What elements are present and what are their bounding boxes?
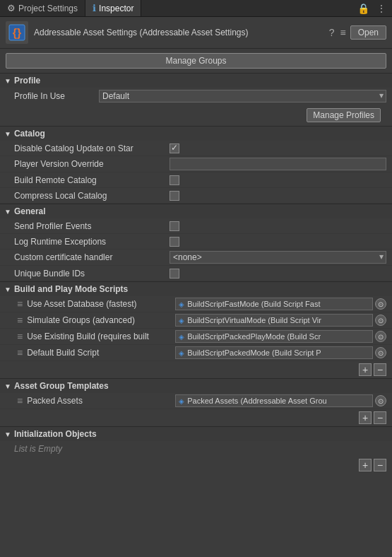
profile-in-use-dropdown[interactable]: Default bbox=[99, 90, 386, 102]
script-label-0: Use Asset Database (fastest) bbox=[27, 299, 175, 309]
script-text-3: BuildScriptPackedMode (Build Script P bbox=[187, 348, 321, 357]
template-drag-0[interactable]: ≡ bbox=[17, 395, 23, 406]
script-value-0: ◈ BuildScriptFastMode (Build Script Fast bbox=[175, 298, 373, 310]
catalog-label-0: Disable Catalog Update on Star bbox=[14, 143, 170, 153]
init-objects-minus-button[interactable]: − bbox=[374, 459, 386, 471]
script-circle-3[interactable]: ⊙ bbox=[375, 347, 386, 358]
script-text-2: BuildScriptPackedPlayMode (Build Scr bbox=[187, 332, 321, 341]
tab-project-settings-label: Project Settings bbox=[18, 4, 78, 13]
init-objects-plus-minus: + − bbox=[0, 457, 392, 474]
template-circle-0[interactable]: ⊙ bbox=[375, 395, 386, 406]
init-objects-empty-label: List is Empty bbox=[14, 444, 62, 454]
script-label-1: Simulate Groups (advanced) bbox=[27, 315, 175, 325]
template-pick-icon-0: ◈ bbox=[179, 397, 184, 405]
general-checkbox-3[interactable] bbox=[170, 269, 179, 278]
pick-icon-3: ◈ bbox=[179, 349, 184, 357]
tab-inspector[interactable]: ℹ Inspector bbox=[85, 0, 141, 16]
general-dropdown-2[interactable]: <none> bbox=[170, 251, 386, 264]
catalog-value-0 bbox=[170, 143, 386, 153]
templates-section-label: Asset Group Templates bbox=[14, 381, 109, 391]
general-value-0 bbox=[170, 221, 386, 231]
script-row-0: ≡ Use Asset Database (fastest) ◈ BuildSc… bbox=[0, 296, 392, 312]
tab-bar-right-controls: 🔒 ⋮ bbox=[356, 3, 392, 14]
templates-plus-button[interactable]: + bbox=[359, 411, 372, 424]
template-row-0: ≡ Packed Assets ◈ Packed Assets (Address… bbox=[0, 393, 392, 409]
build-play-minus-button[interactable]: − bbox=[374, 363, 386, 376]
pick-icon-0: ◈ bbox=[179, 300, 184, 308]
section-init-objects[interactable]: ▼ Initialization Objects bbox=[0, 427, 392, 441]
manage-groups-button[interactable]: Manage Groups bbox=[6, 53, 386, 69]
script-text-0: BuildScriptFastMode (Build Script Fast bbox=[187, 300, 320, 308]
profile-section-label: Profile bbox=[14, 76, 40, 86]
init-objects-plus-button[interactable]: + bbox=[359, 459, 372, 471]
init-objects-arrow: ▼ bbox=[4, 430, 11, 438]
asset-icon: {} bbox=[6, 21, 28, 44]
section-profile[interactable]: ▼ Profile bbox=[0, 74, 392, 88]
catalog-value-2 bbox=[170, 175, 386, 185]
drag-handle-3[interactable]: ≡ bbox=[17, 347, 23, 358]
general-row-3: Unique Bundle IDs bbox=[0, 266, 392, 281]
profile-dropdown-wrapper: Default bbox=[99, 90, 386, 102]
inspector-header: {} Addressable Asset Settings (Addressab… bbox=[0, 17, 392, 49]
section-catalog[interactable]: ▼ Catalog bbox=[0, 127, 392, 141]
tab-bar: ⚙ Project Settings ℹ Inspector 🔒 ⋮ bbox=[0, 0, 392, 17]
script-circle-2[interactable]: ⊙ bbox=[375, 331, 386, 342]
pick-icon-1: ◈ bbox=[179, 317, 184, 324]
open-button[interactable]: Open bbox=[350, 25, 386, 40]
help-button[interactable]: ? bbox=[328, 27, 336, 38]
catalog-checkbox-3[interactable] bbox=[170, 191, 179, 201]
general-label-0: Send Profiler Events bbox=[14, 221, 170, 231]
script-value-2: ◈ BuildScriptPackedPlayMode (Build Scr bbox=[175, 330, 373, 343]
catalog-text-1[interactable] bbox=[170, 158, 386, 170]
general-arrow: ▼ bbox=[4, 208, 11, 216]
init-objects-section-label: Initialization Objects bbox=[14, 429, 97, 439]
general-label-2: Custom certificate handler bbox=[14, 252, 170, 262]
lock-button[interactable]: 🔒 bbox=[356, 3, 371, 14]
template-value-0: ◈ Packed Assets (Addressable Asset Grou bbox=[175, 394, 373, 407]
script-circle-1[interactable]: ⊙ bbox=[375, 315, 386, 326]
catalog-value-1 bbox=[170, 158, 386, 170]
catalog-row-0: Disable Catalog Update on Star bbox=[0, 141, 392, 156]
catalog-value-3 bbox=[170, 191, 386, 201]
general-label-3: Unique Bundle IDs bbox=[14, 269, 170, 278]
script-row-1: ≡ Simulate Groups (advanced) ◈ BuildScri… bbox=[0, 312, 392, 329]
catalog-label-1: Player Version Override bbox=[14, 159, 170, 169]
templates-arrow: ▼ bbox=[4, 382, 11, 390]
manage-profiles-button[interactable]: Manage Profiles bbox=[307, 108, 381, 122]
catalog-checkbox-0[interactable] bbox=[170, 143, 179, 153]
catalog-label-2: Build Remote Catalog bbox=[14, 175, 170, 185]
script-text-1: BuildScriptVirtualMode (Build Script Vir bbox=[187, 316, 321, 324]
section-general[interactable]: ▼ General bbox=[0, 204, 392, 218]
general-checkbox-0[interactable] bbox=[170, 221, 179, 231]
script-row-2: ≡ Use Existing Build (requires built ◈ B… bbox=[0, 329, 392, 345]
tab-project-settings[interactable]: ⚙ Project Settings bbox=[0, 0, 85, 16]
script-label-2: Use Existing Build (requires built bbox=[27, 332, 175, 341]
section-asset-group-templates[interactable]: ▼ Asset Group Templates bbox=[0, 379, 392, 393]
general-row-0: Send Profiler Events bbox=[0, 218, 392, 234]
script-row-3: ≡ Default Build Script ◈ BuildScriptPack… bbox=[0, 345, 392, 361]
settings-button[interactable]: ≡ bbox=[338, 27, 347, 38]
more-options-button[interactable]: ⋮ bbox=[375, 3, 388, 14]
catalog-checkbox-2[interactable] bbox=[170, 175, 179, 185]
general-label-1: Log Runtime Exceptions bbox=[14, 237, 170, 247]
header-title: Addressable Asset Settings (Addressable … bbox=[34, 28, 249, 37]
manage-profiles-row: Manage Profiles bbox=[0, 105, 392, 126]
catalog-section-label: Catalog bbox=[14, 129, 45, 139]
header-right: ? ≡ Open bbox=[328, 25, 386, 40]
script-circle-0[interactable]: ⊙ bbox=[375, 298, 386, 310]
drag-handle-0[interactable]: ≡ bbox=[17, 298, 23, 310]
build-play-plus-minus: + − bbox=[0, 361, 392, 378]
script-label-3: Default Build Script bbox=[27, 348, 175, 358]
build-play-arrow: ▼ bbox=[4, 286, 11, 293]
drag-handle-2[interactable]: ≡ bbox=[17, 331, 23, 342]
general-row-2: Custom certificate handler <none> bbox=[0, 250, 392, 266]
section-build-play[interactable]: ▼ Build and Play Mode Scripts bbox=[0, 282, 392, 296]
general-value-2: <none> bbox=[170, 251, 386, 264]
general-row-1: Log Runtime Exceptions bbox=[0, 234, 392, 250]
content-area: Manage Groups ▼ Profile Profile In Use D… bbox=[0, 49, 392, 555]
general-checkbox-1[interactable] bbox=[170, 237, 179, 247]
drag-handle-1[interactable]: ≡ bbox=[17, 315, 23, 326]
tab-inspector-label: Inspector bbox=[99, 4, 133, 13]
templates-minus-button[interactable]: − bbox=[374, 411, 386, 424]
build-play-plus-button[interactable]: + bbox=[359, 363, 372, 376]
